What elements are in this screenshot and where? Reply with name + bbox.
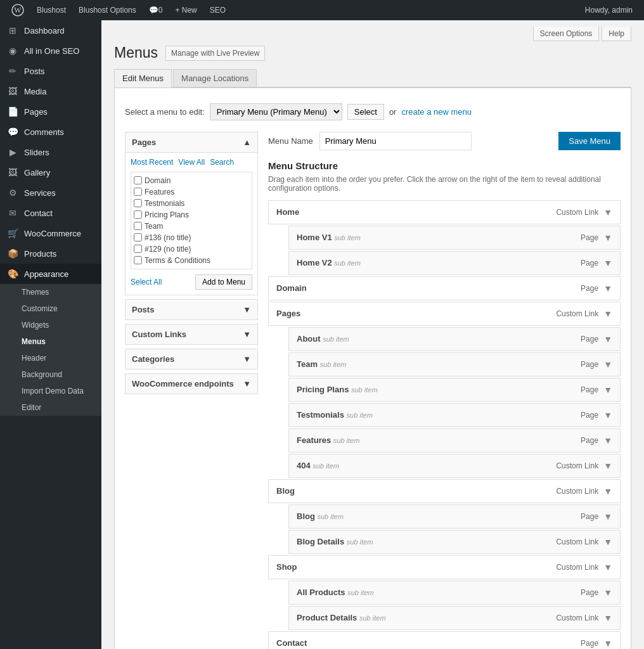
404-toggle[interactable]: ▼ (603, 461, 612, 471)
tab-view-all[interactable]: View All (178, 158, 205, 167)
new-item[interactable]: + New (169, 0, 203, 20)
tab-most-recent[interactable]: Most Recent (131, 158, 173, 167)
home-toggle[interactable]: ▼ (603, 207, 612, 217)
menu-row-team[interactable]: Team sub item Page ▼ (288, 352, 621, 376)
accordion-categories-toggle: ▼ (243, 354, 251, 364)
accordion-categories-header[interactable]: Categories ▼ (126, 349, 257, 369)
about-toggle[interactable]: ▼ (603, 334, 612, 344)
sidebar-item-posts[interactable]: ✏ Posts (0, 61, 101, 81)
save-menu-button-top[interactable]: Save Menu (558, 132, 621, 150)
blog-details-toggle[interactable]: ▼ (603, 537, 612, 547)
howdy-item[interactable]: Howdy, admin (579, 0, 639, 20)
menu-row-home-v2[interactable]: Home V2 sub item Page ▼ (288, 251, 621, 275)
menu-row-home-v1[interactable]: Home V1 sub item Page ▼ (288, 226, 621, 250)
submenu-customize[interactable]: Customize (0, 300, 101, 317)
tab-manage-locations[interactable]: Manage Locations (173, 69, 257, 87)
submenu-import-demo[interactable]: Import Demo Data (0, 383, 101, 399)
page-item-testmonials[interactable]: Testmonials (134, 198, 249, 209)
blog-sub-toggle[interactable]: ▼ (603, 511, 612, 522)
sidebar-item-woocommerce[interactable]: 🛒 WooCommerce (0, 223, 101, 243)
page-item-pricing[interactable]: Pricing Plans (134, 209, 249, 221)
all-products-toggle[interactable]: ▼ (603, 588, 612, 598)
shop-toggle[interactable]: ▼ (603, 562, 612, 572)
menu-row-about[interactable]: About sub item Page ▼ (288, 327, 621, 351)
home-v2-toggle[interactable]: ▼ (603, 258, 612, 268)
accordion-pages-header[interactable]: Pages ▲ (126, 132, 257, 152)
submenu-header[interactable]: Header (0, 350, 101, 366)
page-item-domain[interactable]: Domain (134, 175, 249, 186)
create-new-menu-link[interactable]: create a new menu (401, 107, 472, 117)
pricing-toggle[interactable]: ▼ (603, 385, 612, 395)
submenu-themes[interactable]: Themes (0, 284, 101, 300)
bluehost-options-item[interactable]: Blushost Options (72, 0, 143, 20)
site-name-item[interactable]: Blushost (30, 0, 72, 20)
sidebar-item-pages[interactable]: 📄 Pages (0, 101, 101, 122)
woocommerce-icon: 🛒 (6, 228, 19, 238)
contact-toggle[interactable]: ▼ (603, 638, 612, 648)
page-item-team[interactable]: Team (134, 221, 249, 232)
home-v1-toggle[interactable]: ▼ (603, 233, 612, 243)
accordion-custom-links-header[interactable]: Custom Links ▼ (126, 324, 257, 344)
page-item-terms[interactable]: Terms & Conditions (134, 255, 249, 266)
submenu-background[interactable]: Background (0, 366, 101, 383)
blog-toggle[interactable]: ▼ (603, 486, 612, 496)
features-toggle[interactable]: ▼ (603, 435, 612, 446)
menu-row-testmonials[interactable]: Testmonials sub item Page ▼ (288, 403, 621, 427)
sidebar-item-services[interactable]: ⚙ Services (0, 183, 101, 203)
tab-search[interactable]: Search (210, 158, 234, 167)
menu-row-product-details[interactable]: Product Details sub item Custom Link ▼ (288, 606, 621, 630)
submenu-widgets[interactable]: Widgets (0, 317, 101, 333)
menu-row-404[interactable]: 404 sub item Custom Link ▼ (288, 454, 621, 478)
menu-row-features-label: Features sub item (297, 435, 359, 445)
wp-logo-item[interactable]: W (5, 0, 30, 20)
menu-row-features[interactable]: Features sub item Page ▼ (288, 428, 621, 453)
seo-item[interactable]: SEO (203, 0, 232, 20)
comments-item[interactable]: 💬 0 (143, 0, 169, 20)
page-item-136[interactable]: #136 (no title) (134, 232, 249, 243)
menu-row-blog-details[interactable]: Blog Details sub item Custom Link ▼ (288, 530, 621, 554)
menu-name-input[interactable] (319, 132, 472, 150)
comments-icon: 💬 (6, 127, 19, 137)
accordion-categories: Categories ▼ (125, 349, 258, 369)
menu-row-pages[interactable]: Pages Custom Link ▼ (268, 302, 621, 326)
menu-row-home[interactable]: Home Custom Link ▼ (268, 200, 621, 224)
pages-toggle[interactable]: ▼ (603, 309, 612, 319)
domain-toggle[interactable]: ▼ (603, 283, 612, 293)
testmonials-toggle[interactable]: ▼ (603, 410, 612, 420)
menu-row-blog[interactable]: Blog Custom Link ▼ (268, 479, 621, 503)
tab-edit-menus[interactable]: Edit Menus (114, 69, 172, 87)
screen-options-button[interactable]: Screen Options (533, 27, 600, 41)
sidebar-item-dashboard[interactable]: ⊞ Dashboard (0, 20, 101, 41)
sidebar-item-sliders[interactable]: ▶ Sliders (0, 142, 101, 162)
menu-row-domain[interactable]: Domain Page ▼ (268, 276, 621, 300)
sidebar-item-seo[interactable]: ◉ All in One SEO (0, 41, 101, 61)
accordion-woocommerce-header[interactable]: WooCommerce endpoints ▼ (126, 374, 257, 394)
submenu-menus[interactable]: Menus (0, 333, 101, 350)
accordion-posts-header[interactable]: Posts ▼ (126, 300, 257, 319)
menu-row-pages-right: Custom Link ▼ (556, 309, 612, 319)
help-button[interactable]: Help (602, 27, 631, 41)
product-details-toggle[interactable]: ▼ (603, 613, 612, 623)
sidebar-item-appearance[interactable]: 🎨 Appearance (0, 264, 101, 284)
add-to-menu-button[interactable]: Add to Menu (195, 274, 252, 290)
menu-row-all-products[interactable]: All Products sub item Page ▼ (288, 581, 621, 605)
page-item-129[interactable]: #129 (no title) (134, 243, 249, 255)
manage-live-preview-link[interactable]: Manage with Live Preview (165, 46, 265, 61)
submenu-editor[interactable]: Editor (0, 399, 101, 416)
sidebar-item-gallery[interactable]: 🖼 Gallery (0, 162, 101, 183)
sidebar-item-media[interactable]: 🖼 Media (0, 81, 101, 101)
team-toggle[interactable]: ▼ (603, 359, 612, 369)
page-item-features[interactable]: Features (134, 186, 249, 198)
two-col-layout: Pages ▲ Most Recent View All Search Doma… (125, 132, 621, 649)
menu-select[interactable]: Primary Menu (Primary Menu) (210, 103, 342, 120)
sidebar-item-comments[interactable]: 💬 Comments (0, 122, 101, 142)
sidebar-item-contact[interactable]: ✉ Contact (0, 203, 101, 223)
menu-row-shop[interactable]: Shop Custom Link ▼ (268, 555, 621, 579)
seo-icon: ◉ (6, 46, 19, 56)
select-menu-button[interactable]: Select (347, 104, 384, 120)
sidebar-item-products[interactable]: 📦 Products (0, 243, 101, 264)
menu-row-blog-sub[interactable]: Blog sub item Page ▼ (288, 504, 621, 529)
menu-row-pricing[interactable]: Pricing Plans sub item Page ▼ (288, 378, 621, 402)
select-all-link[interactable]: Select All (131, 278, 162, 286)
menu-row-contact[interactable]: Contact Page ▼ (268, 631, 621, 649)
